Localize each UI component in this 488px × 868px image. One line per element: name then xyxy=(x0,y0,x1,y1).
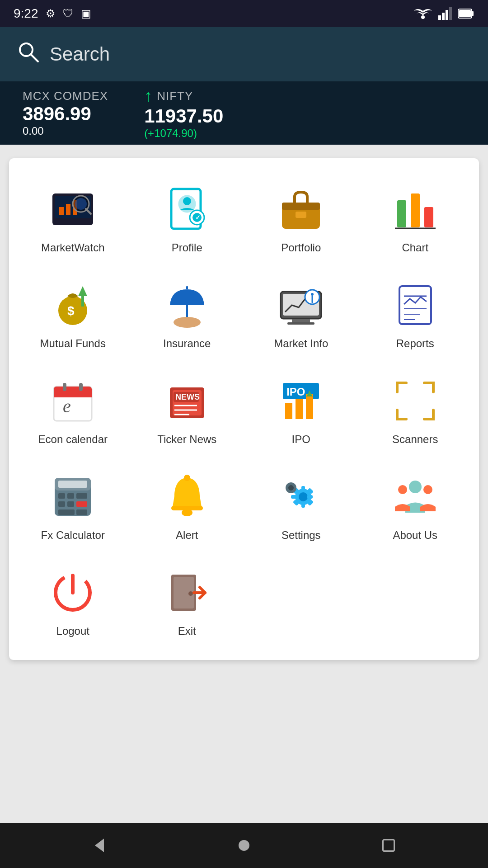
svg-point-95 xyxy=(409,481,422,493)
mcx-label: MCX COMDEX xyxy=(23,89,108,103)
portfolio-label: Portfolio xyxy=(281,241,321,254)
signal-icon xyxy=(438,7,452,20)
svg-rect-51 xyxy=(54,392,92,397)
menu-item-alert[interactable]: Alert xyxy=(132,459,242,551)
svg-rect-13 xyxy=(66,204,70,215)
menu-grid: MarketWatch ✓ Profile xyxy=(18,172,470,646)
insurance-label: Insurance xyxy=(163,337,211,350)
svg-rect-72 xyxy=(58,493,65,499)
mcx-value: 3896.99 xyxy=(23,103,108,125)
svg-rect-85 xyxy=(301,486,305,491)
market-ticker: MCX COMDEX 3896.99 0.00 ↑ NIFTY 11937.50… xyxy=(0,81,488,145)
svg-rect-78 xyxy=(58,509,75,515)
svg-rect-73 xyxy=(67,493,74,499)
svg-text:e: e xyxy=(63,396,71,416)
insurance-icon xyxy=(162,280,212,330)
svg-rect-64 xyxy=(285,403,292,419)
chart-icon xyxy=(390,184,440,234)
recents-button[interactable] xyxy=(371,827,407,863)
svg-rect-75 xyxy=(58,501,65,507)
back-button[interactable] xyxy=(81,827,117,863)
ipo-label: IPO xyxy=(292,433,310,446)
svg-text:NEWS: NEWS xyxy=(175,392,200,401)
svg-rect-65 xyxy=(296,399,303,419)
svg-point-20 xyxy=(183,197,191,205)
menu-item-settings[interactable]: Settings xyxy=(246,459,356,551)
svg-rect-86 xyxy=(301,502,305,508)
menu-item-exit[interactable]: Exit xyxy=(132,555,242,646)
menu-item-mutualfunds[interactable]: $ Mutual Funds xyxy=(18,268,128,359)
svg-point-102 xyxy=(188,591,193,596)
svg-point-82 xyxy=(184,475,190,481)
menu-item-marketwatch[interactable]: MarketWatch xyxy=(18,172,128,263)
svg-rect-77 xyxy=(76,501,87,507)
search-icon xyxy=(18,42,39,67)
svg-text:IPO: IPO xyxy=(286,386,305,398)
marketwatch-icon xyxy=(48,184,98,234)
tickernews-label: Ticker News xyxy=(157,433,216,446)
menu-item-ipo[interactable]: IPO IPO xyxy=(246,363,356,455)
svg-marker-33 xyxy=(78,286,87,296)
nifty-label: NIFTY xyxy=(157,89,193,103)
nifty-value: 11937.50 xyxy=(144,105,223,127)
menu-item-aboutus[interactable]: About Us xyxy=(361,459,470,551)
reports-icon xyxy=(390,280,440,330)
nifty-change: (+1074.90) xyxy=(144,127,223,140)
menu-item-logout[interactable]: Logout xyxy=(18,555,128,646)
svg-rect-2 xyxy=(442,13,445,20)
svg-point-0 xyxy=(421,15,425,19)
svg-text:✓: ✓ xyxy=(195,214,201,221)
sim-icon: ▣ xyxy=(81,7,91,20)
fxcalculator-label: Fx Calculator xyxy=(41,529,105,542)
exit-label: Exit xyxy=(178,625,196,637)
svg-point-42 xyxy=(311,293,314,296)
svg-rect-87 xyxy=(291,495,296,499)
svg-rect-88 xyxy=(307,495,313,499)
menu-item-econcalendar[interactable]: e Econ calendar xyxy=(18,363,128,455)
alert-icon xyxy=(162,472,212,522)
mcx-ticker: MCX COMDEX 3896.99 0.00 xyxy=(23,89,108,137)
fxcalculator-icon xyxy=(48,472,98,522)
svg-line-9 xyxy=(31,54,38,61)
menu-item-marketinfo[interactable]: Market Info xyxy=(246,268,356,359)
nifty-arrow: ↑ xyxy=(144,86,152,105)
settings-icon: ⚙ xyxy=(46,7,56,20)
menu-item-portfolio[interactable]: Portfolio xyxy=(246,172,356,263)
menu-item-scanners[interactable]: Scanners xyxy=(361,363,470,455)
aboutus-icon xyxy=(390,472,440,522)
svg-rect-76 xyxy=(67,501,74,507)
nav-bar xyxy=(0,823,488,868)
wifi-icon xyxy=(414,7,432,20)
menu-item-reports[interactable]: Reports xyxy=(361,268,470,359)
svg-rect-28 xyxy=(411,193,420,227)
portfolio-icon xyxy=(276,184,326,234)
menu-item-chart[interactable]: Chart xyxy=(361,172,470,263)
status-left: 9:22 ⚙ 🛡 ▣ xyxy=(14,6,91,21)
menu-item-fxcalculator[interactable]: Fx Calculator xyxy=(18,459,128,551)
chart-label: Chart xyxy=(402,241,428,254)
mcx-change: 0.00 xyxy=(23,125,108,137)
svg-rect-25 xyxy=(282,203,320,210)
profile-icon: ✓ xyxy=(162,184,212,234)
scanners-label: Scanners xyxy=(392,433,438,446)
svg-rect-29 xyxy=(424,207,433,227)
profile-label: Profile xyxy=(172,241,202,254)
svg-rect-39 xyxy=(292,319,310,322)
svg-point-16 xyxy=(75,198,87,210)
menu-item-insurance[interactable]: Insurance xyxy=(132,268,242,359)
svg-rect-3 xyxy=(446,10,448,20)
menu-item-profile[interactable]: ✓ Profile xyxy=(132,172,242,263)
home-button[interactable] xyxy=(226,827,262,863)
svg-rect-4 xyxy=(449,7,452,20)
svg-rect-71 xyxy=(58,481,87,488)
svg-rect-40 xyxy=(287,322,314,325)
svg-marker-104 xyxy=(95,839,104,852)
svg-point-84 xyxy=(299,492,308,501)
exit-icon xyxy=(162,568,212,618)
scanners-icon xyxy=(390,376,440,426)
status-right xyxy=(414,7,474,20)
logout-icon xyxy=(48,568,98,618)
svg-rect-7 xyxy=(459,10,471,17)
search-bar[interactable]: Search xyxy=(0,27,488,81)
menu-item-tickernews[interactable]: NEWS Ticker News xyxy=(132,363,242,455)
